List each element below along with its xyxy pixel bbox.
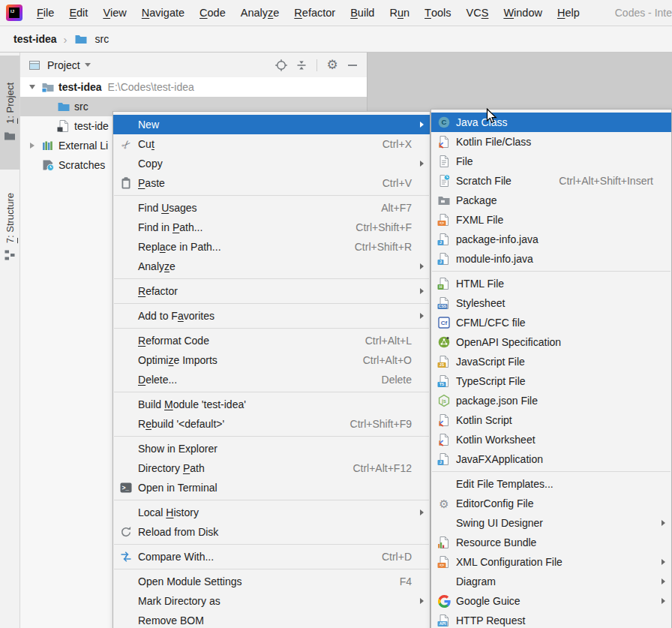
menubar-item-run[interactable]: Run [382, 0, 417, 26]
submenu-item-javascript-file[interactable]: JSJavaScript File [431, 352, 671, 371]
menubar-item-analyze[interactable]: Analyze [233, 0, 287, 26]
menu-item-label: Rebuild '<default>' [138, 418, 224, 430]
context-menu-item-directory-path[interactable]: Directory PathCtrl+Alt+F12 [113, 458, 430, 478]
context-menu-item-copy[interactable]: Copy [113, 154, 430, 173]
breadcrumb-item-src[interactable]: src [74, 32, 110, 46]
menubar-item-refactor[interactable]: Refactor [286, 0, 343, 26]
empty-icon-slot [119, 284, 133, 298]
gear-button[interactable]: ⚙ [324, 57, 340, 74]
tool-window-tab-1-project[interactable]: 1: Project [0, 56, 20, 170]
menu-item-label: Local History [138, 506, 199, 518]
context-menu-item-open-module-settings[interactable]: Open Module SettingsF4 [113, 572, 430, 591]
submenu-arrow-icon [416, 122, 424, 128]
context-menu-item-analyze[interactable]: Analyze [113, 257, 430, 276]
menubar-item-file[interactable]: File [29, 0, 62, 26]
menu-separator [114, 392, 429, 392]
tree-item-test-idea[interactable]: test-ideaE:\Codes\test-idea [20, 77, 367, 97]
locate-button[interactable] [273, 57, 290, 74]
submenu-item-kotlin-script[interactable]: Kotlin Script [431, 410, 671, 430]
menu-separator [114, 500, 429, 500]
menubar-item-build[interactable]: Build [343, 0, 382, 26]
package-icon [437, 194, 451, 207]
menubar-item-edit[interactable]: Edit [62, 0, 95, 26]
submenu-item-http-request[interactable]: APIHTTP Request [431, 611, 671, 628]
tree-item-path: E:\Codes\test-idea [108, 81, 194, 93]
menubar-item-view[interactable]: View [95, 0, 134, 26]
context-menu-item-optimize-imports[interactable]: Optimize ImportsCtrl+Alt+O [113, 350, 430, 370]
submenu-item-xml-configuration-file[interactable]: <>XML Configuration File [431, 552, 671, 572]
resource-bundle-icon [437, 536, 451, 549]
context-menu-item-find-in-path[interactable]: Find in Path...Ctrl+Shift+F [113, 218, 430, 237]
context-menu-item-remove-bom[interactable]: Remove BOM [113, 611, 430, 628]
menubar-item-help[interactable]: Help [550, 0, 587, 26]
empty-icon-slot [437, 516, 451, 530]
submenu-item-openapi-specification[interactable]: OpenAPI Specification [431, 332, 671, 352]
submenu-item-resource-bundle[interactable]: Resource Bundle [431, 533, 671, 552]
submenu-arrow-icon [416, 263, 424, 269]
context-menu-item-cut[interactable]: ✂CutCtrl+X [113, 134, 430, 154]
context-menu-item-local-history[interactable]: Local History [113, 503, 430, 522]
empty-icon-slot [119, 442, 133, 455]
menu-item-label: Google Guice [456, 595, 520, 607]
ts-file-icon: TS [437, 374, 451, 388]
context-menu-item-open-in-terminal[interactable]: >_Open in Terminal [113, 478, 430, 497]
tool-window-tab-7-structure[interactable]: 7: Structure [0, 177, 20, 278]
submenu-item-package-info-java[interactable]: Jpackage-info.java [431, 230, 671, 249]
menubar-item-window[interactable]: Window [496, 0, 550, 26]
context-menu-item-delete[interactable]: Delete...Delete [113, 370, 430, 389]
submenu-item-swing-ui-designer[interactable]: Swing UI Designer [431, 513, 671, 533]
menu-separator [114, 544, 429, 545]
menu-item-label: Paste [138, 177, 165, 189]
context-menu-item-paste[interactable]: PasteCtrl+V [113, 173, 430, 193]
context-menu-item-rebuild-default[interactable]: Rebuild '<default>'Ctrl+Shift+F9 [113, 414, 430, 434]
submenu-item-typescript-file[interactable]: TSTypeScript File [431, 371, 671, 391]
context-menu-item-compare-with[interactable]: Compare With...Ctrl+D [113, 547, 430, 566]
submenu-item-kotlin-worksheet[interactable]: Kotlin Worksheet [431, 430, 671, 449]
submenu-item-javafxapplication[interactable]: JJavaFXApplication [431, 449, 671, 469]
submenu-item-html-file[interactable]: HHTML File [431, 274, 671, 293]
submenu-item-kotlin-file-class[interactable]: Kotlin File/Class [431, 132, 671, 152]
submenu-item-diagram[interactable]: Diagram [431, 572, 671, 591]
submenu-item-google-guice[interactable]: Google Guice [431, 591, 671, 611]
submenu-item-editorconfig-file[interactable]: ⚙EditorConfig File [431, 494, 671, 513]
collapse-all-button[interactable] [293, 57, 310, 74]
menu-item-shortcut: Delete [368, 374, 412, 386]
empty-icon-slot [119, 614, 133, 627]
context-menu-item-mark-directory-as[interactable]: Mark Directory as [113, 591, 430, 611]
context-menu-item-add-to-favorites[interactable]: Add to Favorites [113, 306, 430, 326]
menu-separator [114, 303, 429, 304]
submenu-item-fxml-file[interactable]: <>FXML File [431, 210, 671, 230]
menu-separator [114, 569, 429, 569]
minimize-button[interactable] [344, 57, 361, 74]
submenu-item-edit-file-templates[interactable]: Edit File Templates... [431, 474, 671, 494]
menubar-item-navigate[interactable]: Navigate [134, 0, 192, 26]
context-menu-item-new[interactable]: New [113, 115, 430, 134]
menu-item-label: package-info.java [456, 233, 538, 245]
submenu-item-stylesheet[interactable]: CSSStylesheet [431, 293, 671, 313]
context-menu-item-refactor[interactable]: Refactor [113, 281, 430, 301]
context-menu-item-reload-from-disk[interactable]: Reload from Disk [113, 522, 430, 542]
menu-item-label: Build Module 'test-idea' [138, 398, 246, 410]
submenu-item-package[interactable]: Package [431, 191, 671, 210]
menubar-item-code[interactable]: Code [192, 0, 233, 26]
breadcrumb-item-test-idea[interactable]: test-idea [14, 33, 57, 45]
submenu-item-scratch-file[interactable]: Scratch FileCtrl+Alt+Shift+Insert [431, 171, 671, 191]
context-menu-item-reformat-code[interactable]: Reformat CodeCtrl+Alt+L [113, 331, 430, 350]
menubar-item-vcs[interactable]: VCS [459, 0, 496, 26]
submenu-item-module-info-java[interactable]: Jmodule-info.java [431, 249, 671, 269]
svg-text:>_: >_ [122, 484, 129, 491]
project-view-selector[interactable]: Project [26, 57, 91, 74]
chevron-down-icon[interactable] [27, 85, 37, 89]
context-menu-item-build-module-test-idea[interactable]: Build Module 'test-idea' [113, 395, 430, 414]
submenu-item-package-json-file[interactable]: jspackage.json File [431, 391, 671, 410]
context-menu-item-replace-in-path[interactable]: Replace in Path...Ctrl+Shift+R [113, 237, 430, 257]
submenu-item-cfml-cfc-file[interactable]: CfCFML/CFC file [431, 313, 671, 332]
menubar-item-tools[interactable]: Tools [417, 0, 458, 26]
context-menu-item-show-in-explorer[interactable]: Show in Explorer [113, 439, 430, 458]
menu-item-label: JavaFXApplication [456, 453, 543, 465]
gear-gray-icon: ⚙ [437, 497, 451, 510]
submenu-item-java-class[interactable]: CJava Class [431, 113, 671, 132]
submenu-item-file[interactable]: File [431, 152, 671, 171]
context-menu-item-find-usages[interactable]: Find UsagesAlt+F7 [113, 198, 430, 218]
chevron-right-icon[interactable] [27, 143, 37, 149]
